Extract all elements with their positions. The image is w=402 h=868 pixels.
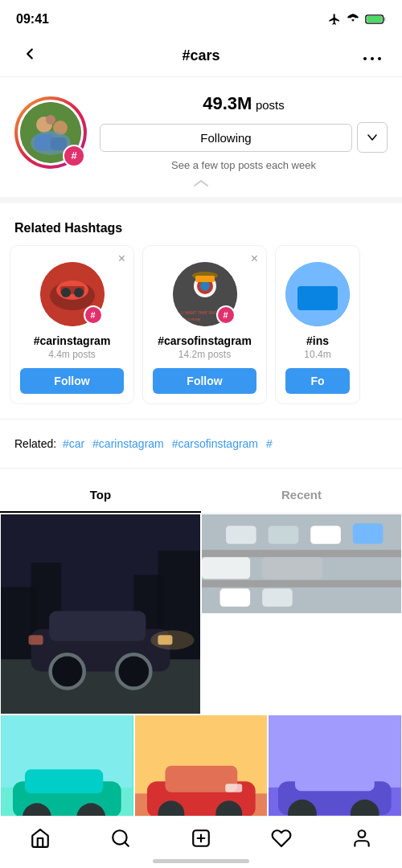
svg-rect-42 [202,550,401,557]
home-indicator [153,859,249,863]
follow-hint: See a few top posts each week [100,159,388,171]
post-cell-1[interactable] [0,514,201,714]
svg-point-76 [359,830,366,837]
related-section: Related Hashtags × # [0,213,402,409]
related-label: Related: [14,437,56,450]
card-badge-2: # [216,305,236,325]
card-close-2[interactable]: × [251,252,258,265]
svg-rect-37 [29,635,43,645]
more-button[interactable] [357,43,388,68]
svg-line-72 [125,842,129,846]
related-tag-more[interactable]: # [266,437,273,450]
header: #cars [0,35,402,77]
card-close-1[interactable]: × [118,252,125,265]
svg-rect-64 [225,784,242,792]
hashtag-card-2: × U WANT THAT RAC WIFE'S PERM [142,245,267,404]
nav-add[interactable] [182,825,220,852]
search-icon [110,828,131,849]
tab-recent[interactable]: Recent [201,478,402,513]
svg-rect-27 [297,286,338,310]
card-posts-3: 10.4m [285,349,350,360]
svg-text:U WANT THAT RAC: U WANT THAT RAC [181,310,218,315]
svg-rect-47 [353,523,384,544]
svg-point-3 [363,57,367,60]
card-follow-btn-3[interactable]: Fo [285,368,350,394]
posts-count: 49.3M posts [100,93,388,114]
svg-rect-45 [269,526,299,544]
post-image-1 [1,514,200,714]
svg-point-5 [378,57,381,60]
svg-point-39 [117,654,150,688]
svg-rect-48 [220,588,251,607]
svg-text:WIFE'S PERM: WIFE'S PERM [179,317,200,321]
following-button[interactable]: Following [100,124,352,152]
chevron-up-icon [191,178,211,189]
divider-2 [0,468,402,469]
svg-rect-23 [195,276,215,282]
posts-number: 49.3M [203,93,252,113]
status-bar: 09:41 [0,0,402,35]
svg-rect-43 [202,580,401,588]
wifi-icon [346,13,360,26]
status-time: 09:41 [16,12,49,27]
battery-icon [365,14,386,25]
card-posts-1: 4.4m posts [20,349,124,360]
card-posts-2: 14.2m posts [153,349,256,360]
post-image-2 [202,514,401,613]
page-title: #cars [182,47,219,64]
card-name-2: #carsofinstagram [153,334,256,347]
home-icon [30,828,51,849]
tab-top[interactable]: Top [0,478,201,513]
svg-point-16 [61,288,71,297]
related-title: Related Hashtags [0,221,402,245]
svg-point-8 [53,121,68,135]
tabs: Top Recent [0,478,402,514]
svg-rect-55 [25,769,103,793]
card-badge-1: # [84,305,103,325]
card-follow-btn-2[interactable]: Follow [153,368,256,394]
related-tags-row[interactable]: Related: #car #carinstagram #carsofinsta… [0,429,402,458]
posts-label: posts [256,98,285,112]
svg-rect-2 [367,16,382,23]
card-name-3: #ins [285,334,350,347]
svg-rect-49 [262,588,293,607]
svg-rect-1 [384,17,385,21]
svg-rect-9 [35,134,54,150]
hashtag-card-1: × # #carinstagram 4.4m posts [10,245,134,404]
nav-search[interactable] [101,825,140,852]
nav-profile[interactable] [343,825,381,852]
nav-home[interactable] [21,825,59,852]
svg-rect-44 [226,526,256,544]
svg-rect-50 [202,557,250,579]
post-cell-2[interactable] [201,514,402,614]
related-tag-car[interactable]: #car [59,437,84,450]
hashtag-badge: # [63,145,85,167]
dropdown-button[interactable] [357,122,388,153]
status-icons [328,13,386,26]
svg-rect-51 [262,557,322,579]
hashtag-card-3: #ins 10.4m Fo [275,245,360,404]
profile-icon [351,828,372,849]
heart-icon [271,828,292,849]
add-icon [191,828,211,849]
card-name-1: #carinstagram [20,334,124,347]
nav-heart[interactable] [262,825,301,852]
svg-rect-46 [310,526,341,544]
profile-section: # 49.3M posts Following See a few top po… [0,77,402,179]
profile-info: 49.3M posts Following See a few top post… [100,93,388,171]
follow-row: Following [100,122,388,153]
svg-point-11 [46,115,55,125]
back-button[interactable] [14,42,45,70]
related-tag-carinstagram[interactable]: #carinstagram [92,437,164,450]
svg-rect-35 [49,611,146,641]
svg-point-21 [200,281,210,291]
section-divider [0,197,402,203]
hashtag-cards: × # #carinstagram 4.4m posts [0,245,402,404]
svg-rect-10 [51,137,67,150]
airplane-icon [328,13,341,26]
related-tag-carsofinstagram[interactable]: #carsofinstagram [172,437,258,450]
svg-point-38 [51,654,84,688]
posts-grid [0,514,402,868]
card-follow-btn-1[interactable]: Follow [20,368,124,394]
svg-point-4 [371,57,374,60]
